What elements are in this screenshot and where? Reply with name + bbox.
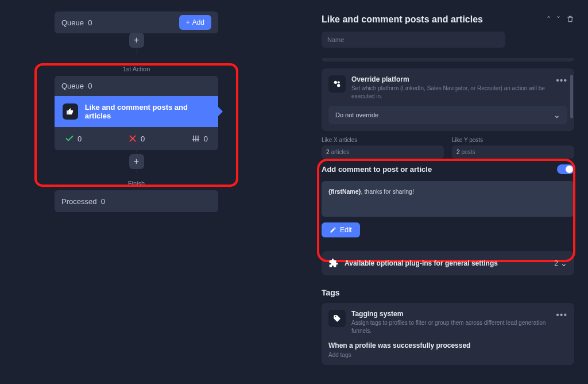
action-card[interactable]: Queue 0 Like and comment posts and artic… (55, 76, 218, 150)
like-y-label: Like Y posts (452, 137, 574, 143)
svg-point-1 (337, 84, 340, 87)
add-tags-label[interactable]: Add tags (328, 352, 567, 358)
connector: + (55, 150, 218, 173)
thumb-up-icon (63, 103, 78, 120)
trash-icon[interactable] (566, 15, 574, 25)
more-options-icon[interactable]: ••• (556, 75, 567, 86)
action-title-text: Like and comment posts and articles (85, 103, 210, 120)
like-x-input[interactable]: 2articles (322, 145, 444, 159)
puzzle-icon (328, 258, 339, 268)
move-up-icon[interactable]: ˄ (547, 15, 551, 24)
tagging-desc: Assign tags to profiles to filter or gro… (351, 319, 567, 335)
tagging-card: Tagging system Assign tags to profiles t… (322, 303, 574, 365)
panel-title: Like and comment posts and articles (322, 14, 483, 25)
stat-success: 0 (65, 134, 82, 143)
svg-point-2 (338, 81, 340, 83)
edit-button[interactable]: Edit (322, 222, 360, 237)
comment-template-box[interactable]: {firstName}, thanks for sharing! (322, 181, 574, 217)
move-down-icon[interactable]: ˅ (556, 15, 560, 24)
like-counts-row: Like X articles 2articles Like Y posts 2… (322, 137, 574, 159)
chevron-down-icon: ⌄ (560, 259, 567, 268)
tags-heading: Tags (322, 288, 574, 297)
action-heading: 1st Action (55, 66, 218, 72)
comment-toggle[interactable] (557, 164, 574, 174)
when-processed-label: When a profile was successfully processe… (328, 341, 567, 350)
action-queue-row: Queue 0 (55, 76, 218, 96)
plugins-card[interactable]: Available optional plug-ins for general … (322, 251, 574, 275)
scrollbar-thumb[interactable] (570, 75, 573, 118)
tag-icon (328, 310, 346, 327)
chevron-down-icon: ⌄ (554, 110, 560, 120)
plus-icon: + (186, 18, 190, 26)
processed-card: Processed 0 (55, 190, 218, 212)
action-title-row[interactable]: Like and comment posts and articles (55, 96, 218, 127)
platform-icon (328, 75, 346, 93)
connector: + (55, 33, 218, 54)
collapsed-section-edge (322, 58, 574, 62)
add-step-node[interactable]: + (129, 154, 144, 169)
workflow-column: Queue 0 + Add + 1st Action Queue 0 Like … (55, 11, 218, 212)
name-input[interactable] (322, 32, 505, 48)
like-y-input[interactable]: 2posts (452, 145, 574, 159)
plugins-label: Available optional plug-ins for general … (345, 259, 498, 267)
tagging-title: Tagging system (351, 310, 567, 318)
add-button[interactable]: + Add (179, 15, 211, 30)
override-title: Override platform (351, 75, 567, 83)
like-x-label: Like X articles (322, 137, 444, 143)
override-select[interactable]: Do not override ⌄ (328, 106, 567, 124)
pencil-icon (330, 226, 336, 233)
comment-heading: Add comment to post or article (322, 165, 432, 174)
comment-section: Add comment to post or article {firstNam… (322, 164, 574, 237)
stat-pending: 0 (191, 134, 208, 143)
override-platform-card: Override platform Set which platform (Li… (322, 68, 574, 131)
stats-row: 0 0 0 (55, 127, 218, 150)
more-options-icon[interactable]: ••• (556, 310, 567, 320)
stat-fail: 0 (128, 134, 145, 143)
panel-header: Like and comment posts and articles ˄ ˅ (322, 14, 574, 25)
override-desc: Set which platform (LinkedIn, Sales Navi… (351, 85, 567, 100)
queue-card: Queue 0 + Add (55, 11, 218, 33)
tags-section: Tags Tagging system Assign tags to profi… (322, 288, 574, 365)
add-step-node[interactable]: + (129, 33, 144, 48)
finish-label: Finish (55, 180, 218, 187)
svg-point-0 (334, 81, 337, 84)
queue-label: Queue 0 (61, 18, 92, 27)
settings-panel: Like and comment posts and articles ˄ ˅ … (322, 14, 574, 371)
